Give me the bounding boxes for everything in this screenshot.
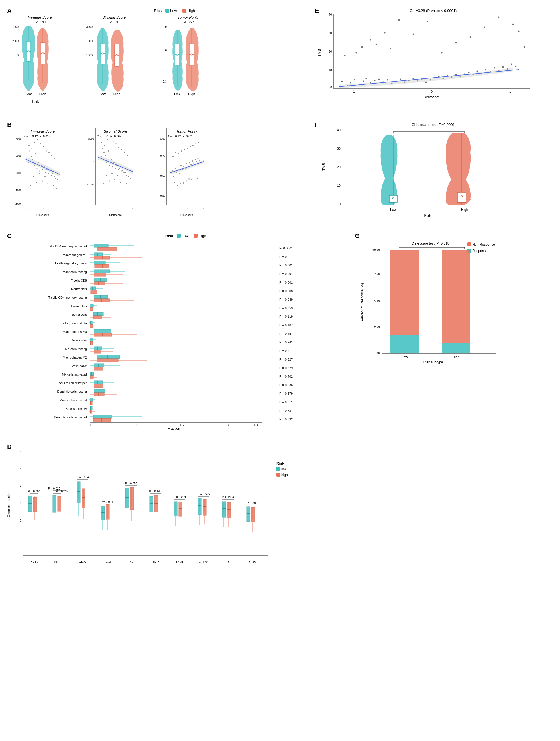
svg-rect-1 (165, 9, 169, 12)
svg-text:Risk subtype: Risk subtype (423, 360, 443, 364)
svg-rect-387 (94, 384, 103, 388)
svg-text:P = 0.329: P = 0.329 (279, 366, 293, 369)
svg-text:T cells CD8: T cells CD8 (71, 279, 87, 282)
svg-point-74 (39, 171, 41, 172)
svg-text:Cor=0.28 (P-value < 0.0001): Cor=0.28 (P-value < 0.0001) (410, 9, 457, 13)
svg-point-106 (56, 188, 57, 189)
svg-text:PD-L2: PD-L2 (29, 560, 39, 563)
svg-text:Immune Score: Immune Score (31, 129, 55, 133)
svg-text:P = 0.611: P = 0.611 (279, 400, 293, 404)
svg-text:P = 0.054: P = 0.054 (101, 500, 113, 503)
svg-text:P = 0.008: P = 0.008 (279, 289, 293, 293)
svg-text:2000: 2000 (12, 40, 19, 43)
svg-text:10: 10 (329, 68, 332, 72)
svg-point-578 (341, 81, 343, 82)
svg-text:8: 8 (20, 451, 21, 454)
svg-text:100%: 100% (372, 249, 380, 252)
svg-text:1: 1 (59, 207, 60, 210)
svg-point-197 (181, 150, 182, 152)
svg-rect-660 (458, 192, 466, 202)
svg-point-623 (399, 19, 400, 21)
svg-rect-307 (93, 316, 102, 319)
svg-text:Dendritic cells resting: Dendritic cells resting (57, 390, 87, 393)
svg-text:P=0.27: P=0.27 (184, 20, 194, 24)
svg-text:4: 4 (20, 485, 21, 488)
svg-text:P = 0.001: P = 0.001 (279, 272, 293, 276)
svg-point-153 (103, 183, 104, 184)
panel-d-svg: D Risk low high 8 6 4 2 0 Gene expressio… (6, 442, 348, 579)
svg-rect-473 (58, 496, 61, 511)
svg-point-12 (28, 51, 29, 52)
svg-point-631 (344, 55, 346, 56)
svg-rect-243 (94, 261, 106, 265)
svg-point-17 (42, 53, 44, 54)
svg-rect-423 (93, 415, 112, 418)
svg-point-205 (174, 182, 175, 183)
svg-text:0.50: 0.50 (160, 175, 165, 177)
svg-point-144 (107, 139, 108, 140)
svg-rect-267 (94, 282, 105, 285)
svg-text:30: 30 (329, 31, 332, 35)
svg-point-76 (45, 172, 46, 173)
svg-text:High: High (199, 234, 206, 238)
svg-text:P = 0.692: P = 0.692 (279, 417, 293, 421)
panel-f: F Chi-square test: P<0.0001 40 30 20 10 … (313, 120, 553, 222)
svg-text:P=0.33: P=0.33 (36, 20, 46, 24)
svg-text:CTLA4: CTLA4 (199, 560, 209, 563)
svg-text:P = 0.536: P = 0.536 (279, 383, 293, 387)
svg-point-192 (196, 161, 197, 162)
svg-point-183 (198, 157, 199, 159)
svg-point-624 (427, 21, 428, 22)
svg-point-126 (112, 166, 113, 167)
svg-rect-666 (467, 242, 471, 246)
svg-text:Low: Low (99, 92, 106, 96)
svg-text:P = 0.148: P = 0.148 (149, 490, 161, 493)
svg-point-622 (384, 32, 386, 33)
svg-point-77 (48, 173, 49, 175)
svg-point-91 (31, 148, 32, 149)
svg-point-99 (54, 157, 55, 159)
svg-text:T cells CD4 memory activated: T cells CD4 memory activated (45, 245, 87, 248)
svg-point-147 (116, 143, 117, 144)
svg-text:Mast cells resting: Mast cells resting (63, 270, 87, 274)
svg-text:T cells regulatory  Tregs: T cells regulatory Tregs (55, 262, 87, 265)
svg-text:Risk: Risk (154, 9, 162, 13)
svg-point-634 (390, 48, 391, 49)
svg-point-139 (122, 170, 123, 171)
svg-text:P = 0.637: P = 0.637 (279, 409, 293, 412)
svg-text:1000: 1000 (86, 40, 93, 43)
svg-point-180 (189, 162, 190, 163)
svg-text:3000: 3000 (16, 154, 21, 157)
svg-rect-528 (179, 502, 182, 517)
svg-rect-317 (90, 324, 93, 328)
svg-text:0.9: 0.9 (163, 25, 167, 28)
svg-point-109 (45, 176, 46, 177)
svg-text:P = 0.053: P = 0.053 (279, 307, 293, 310)
svg-text:Eosinophils: Eosinophils (71, 305, 87, 308)
svg-text:Gene expression: Gene expression (7, 492, 11, 518)
svg-text:High: High (461, 208, 468, 212)
svg-point-108 (39, 173, 40, 175)
svg-point-142 (101, 142, 102, 143)
svg-point-127 (115, 167, 116, 169)
svg-rect-403 (90, 398, 93, 401)
svg-text:High: High (452, 355, 460, 359)
svg-text:C: C (7, 232, 12, 240)
svg-text:6: 6 (20, 468, 21, 471)
svg-point-94 (40, 143, 41, 144)
svg-text:0: 0 (17, 54, 18, 57)
svg-text:P = 0.001: P = 0.001 (279, 281, 293, 284)
svg-text:0: 0 (42, 207, 43, 210)
svg-text:P = 0.579: P = 0.579 (279, 392, 293, 395)
svg-text:50%: 50% (374, 299, 380, 303)
svg-point-100 (57, 179, 58, 180)
svg-rect-283 (94, 295, 108, 299)
svg-point-133 (105, 155, 106, 156)
svg-point-211 (183, 182, 184, 184)
svg-point-636 (441, 52, 442, 54)
panel-c: C Risk Low High T cells CD4 memory activ… (6, 231, 348, 430)
svg-point-178 (183, 166, 185, 167)
svg-text:TMB: TMB (322, 163, 326, 171)
svg-text:Riskscore: Riskscore (181, 213, 193, 217)
svg-text:40: 40 (337, 128, 341, 132)
